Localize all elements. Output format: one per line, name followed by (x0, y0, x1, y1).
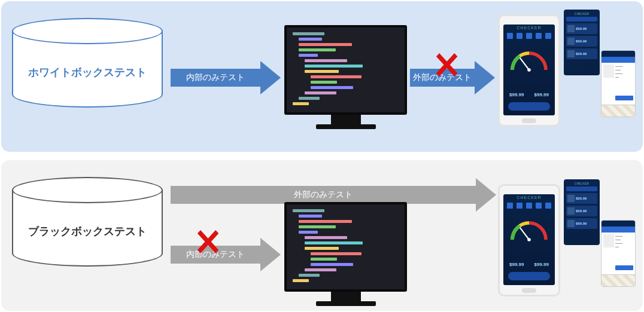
svg-line-2 (520, 228, 529, 240)
blackbox-title: ブラックボックステスト (28, 224, 147, 238)
stat-right: $99.99 (534, 262, 549, 267)
whitebox-panel: ホワイトボックステスト 内部のみテスト 外部のみテスト (1, 1, 643, 152)
arrow-label: 外部のみテスト (413, 72, 472, 83)
gauge-icon (508, 221, 550, 242)
whitebox-cylinder: ホワイトボックステスト (12, 18, 163, 108)
phone-brand: CHECKER (503, 25, 555, 30)
arrow-label: 内部のみテスト (186, 249, 245, 260)
arrow-label: 外部のみテスト (294, 189, 353, 200)
svg-point-1 (527, 68, 531, 72)
phone-mockup-list: CHECKER $99.99 $99.99 $99.99 (564, 10, 600, 75)
phone-mockup-main: CHECKER $99.99 $99.99 (498, 184, 560, 296)
arrow-label: 内部のみテスト (186, 72, 245, 83)
ui-mockups-icon: CHECKER $99.99 $99.99 CHECKER $99.99 $99… (498, 8, 636, 134)
code-monitor-icon (284, 25, 407, 129)
blackbox-panel: ブラックボックステスト 外部のみテスト 内部のみテスト ✕ (1, 160, 643, 311)
svg-line-0 (520, 58, 529, 70)
gauge-icon (508, 51, 550, 72)
blackbox-arrow-internal: 内部のみテスト (171, 238, 281, 271)
phone-mockup-detail: ━━━━━━━━━━━━━ (601, 220, 636, 287)
svg-point-3 (527, 238, 531, 241)
whitebox-arrow-internal: 内部のみテスト (171, 61, 281, 94)
blackbox-cylinder: ブラックボックステスト (12, 177, 163, 267)
stat-right: $99.99 (534, 92, 549, 97)
ui-mockups-icon: CHECKER $99.99 $99.99 CHECKER $99.99 $99… (498, 178, 636, 304)
stat-left: $99.99 (509, 92, 524, 97)
whitebox-arrow-external: 外部のみテスト (410, 61, 495, 94)
stat-left: $99.99 (509, 262, 524, 267)
whitebox-title: ホワイトボックステスト (28, 65, 147, 79)
phone-mockup-detail: ━━━━━━━━━━━━━ (601, 50, 636, 117)
code-monitor-icon (284, 202, 407, 306)
phone-brand: CHECKER (503, 194, 555, 200)
phone-mockup-main: CHECKER $99.99 $99.99 (498, 14, 560, 127)
phone-mockup-list: CHECKER $99.99 $99.99 $99.99 (564, 179, 600, 245)
